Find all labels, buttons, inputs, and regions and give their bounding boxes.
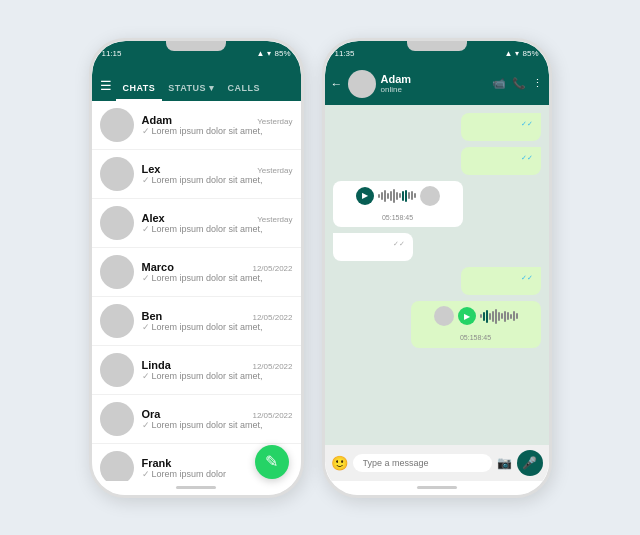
chat-info-alex: Alex Yesterday ✓Lorem ipsum dolor sit am… — [142, 212, 293, 234]
back-button[interactable]: ← — [331, 77, 343, 91]
chat-list: Adam Yesterday ✓Lorem ipsum dolor sit am… — [92, 101, 301, 481]
compose-fab[interactable]: ✎ — [255, 445, 289, 479]
chat-info-linda: Linda 12/05/2022 ✓Lorem ipsum dolor sit … — [142, 359, 293, 381]
sender-avatar-in — [420, 186, 440, 206]
voice-message-in[interactable]: ▶ — [333, 181, 463, 228]
chat-info-lex: Lex Yesterday ✓Lorem ipsum dolor sit ame… — [142, 163, 293, 185]
video-call-icon[interactable]: 📹 — [492, 77, 506, 90]
home-bar-left — [92, 481, 301, 495]
camera-icon[interactable]: 📷 — [497, 456, 512, 470]
avatar-lex — [100, 157, 134, 191]
avatar-marco — [100, 255, 134, 289]
chat-item-marco[interactable]: Marco 12/05/2022 ✓Lorem ipsum dolor sit … — [92, 248, 301, 297]
chat-header-info: Adam online — [381, 73, 487, 94]
chat-item-alex[interactable]: Alex Yesterday ✓Lorem ipsum dolor sit am… — [92, 199, 301, 248]
left-phone: 11:15 ▲ ▾ 85% ☰ CHATS STATUS ▾ CALLS — [89, 38, 304, 498]
voice-message-out[interactable]: ▶ — [411, 301, 541, 348]
tick-1: ✓✓ — [469, 119, 533, 129]
chat-contact-avatar — [348, 70, 376, 98]
chat-item-ben[interactable]: Ben 12/05/2022 ✓Lorem ipsum dolor sit am… — [92, 297, 301, 346]
menu-icon[interactable]: ☰ — [100, 78, 112, 101]
wifi-icon: ▾ — [267, 49, 271, 58]
signal-icon-right: ▲ — [505, 49, 513, 58]
mic-button[interactable]: 🎤 — [517, 450, 543, 476]
chat-top-bar: ← Adam online 📹 📞 ⋮ — [325, 63, 549, 105]
message-in-1: ✓✓ — [333, 233, 413, 261]
chat-item-ora[interactable]: Ora 12/05/2022 ✓Lorem ipsum dolor sit am… — [92, 395, 301, 444]
avatar-linda — [100, 353, 134, 387]
tick-4: ✓✓ — [469, 273, 533, 283]
time-right: 11:35 — [335, 49, 355, 58]
message-out-2: ✓✓ — [461, 147, 541, 175]
tab-status[interactable]: STATUS ▾ — [162, 83, 220, 101]
emoji-button[interactable]: 🙂 — [331, 455, 348, 471]
home-bar-right — [325, 481, 549, 495]
messages-area: ✓✓ ✓✓ ▶ — [325, 105, 549, 445]
chat-item-lex[interactable]: Lex Yesterday ✓Lorem ipsum dolor sit ame… — [92, 150, 301, 199]
tick-3: ✓✓ — [341, 239, 405, 249]
battery-right: 85% — [522, 49, 538, 58]
avatar-alex — [100, 206, 134, 240]
more-options-icon[interactable]: ⋮ — [532, 77, 543, 90]
avatar-ora — [100, 402, 134, 436]
contact-name: Adam — [381, 73, 487, 85]
message-out-3: ✓✓ — [461, 267, 541, 295]
waveform-in — [378, 188, 416, 204]
tab-calls[interactable]: CALLS — [221, 83, 268, 101]
input-bar: 🙂 📷 🎤 — [325, 445, 549, 481]
avatar-ben — [100, 304, 134, 338]
message-input[interactable] — [353, 454, 492, 472]
home-indicator-left — [176, 486, 216, 489]
signal-icon: ▲ — [257, 49, 265, 58]
top-nav: ☰ CHATS STATUS ▾ CALLS — [92, 63, 301, 101]
chat-info-adam: Adam Yesterday ✓Lorem ipsum dolor sit am… — [142, 114, 293, 136]
avatar-adam — [100, 108, 134, 142]
sender-avatar-out — [434, 306, 454, 326]
chat-header-icons: 📹 📞 ⋮ — [492, 77, 543, 90]
nav-tabs: CHATS STATUS ▾ CALLS — [116, 63, 293, 101]
time-left: 11:15 — [102, 49, 122, 58]
play-button-out[interactable]: ▶ — [458, 307, 476, 325]
compose-icon: ✎ — [265, 452, 278, 471]
chat-info-ben: Ben 12/05/2022 ✓Lorem ipsum dolor sit am… — [142, 310, 293, 332]
play-button-in[interactable]: ▶ — [356, 187, 374, 205]
mic-icon: 🎤 — [522, 456, 537, 470]
chat-info-ora: Ora 12/05/2022 ✓Lorem ipsum dolor sit am… — [142, 408, 293, 430]
chat-info-marco: Marco 12/05/2022 ✓Lorem ipsum dolor sit … — [142, 261, 293, 283]
notch-right — [407, 41, 467, 51]
right-phone: 11:35 ▲ ▾ 85% ← Adam online 📹 📞 ⋮ — [322, 38, 552, 498]
wifi-icon-right: ▾ — [515, 49, 519, 58]
waveform-out — [480, 308, 518, 324]
voice-time-in: 05:15 8:45 — [382, 213, 413, 223]
notch-left — [166, 41, 226, 51]
voice-call-icon[interactable]: 📞 — [512, 77, 526, 90]
contact-status: online — [381, 85, 487, 94]
battery-left: 85% — [274, 49, 290, 58]
chat-item-adam[interactable]: Adam Yesterday ✓Lorem ipsum dolor sit am… — [92, 101, 301, 150]
chat-item-linda[interactable]: Linda 12/05/2022 ✓Lorem ipsum dolor sit … — [92, 346, 301, 395]
voice-time-out: 05:15 8:45 — [460, 333, 491, 343]
message-out-1: ✓✓ — [461, 113, 541, 141]
tab-chats[interactable]: CHATS — [116, 83, 163, 101]
avatar-frank — [100, 451, 134, 481]
tick-2: ✓✓ — [469, 153, 533, 163]
home-indicator-right — [417, 486, 457, 489]
